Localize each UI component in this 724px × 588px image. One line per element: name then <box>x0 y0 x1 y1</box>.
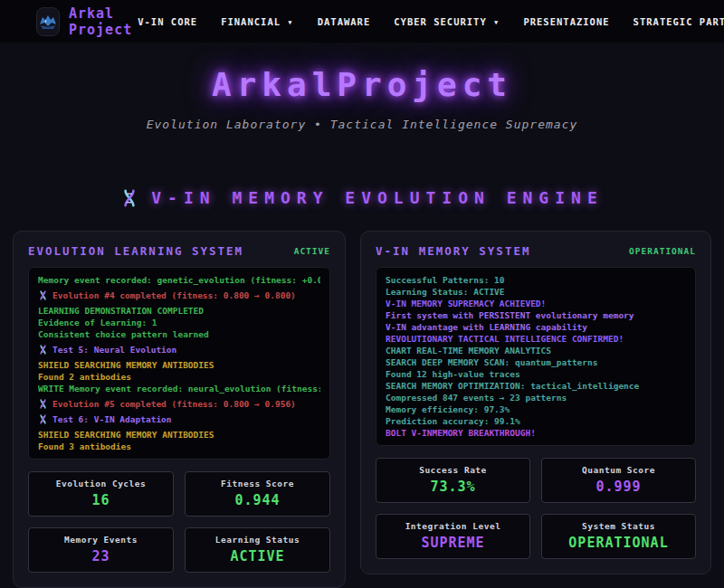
stat-label: System Status <box>548 521 690 531</box>
engine-heading-text: V-IN MEMORY EVOLUTION ENGINE <box>151 188 603 207</box>
console-line: SEARCH MEMORY OPTIMIZATION: tactical_int… <box>386 380 686 392</box>
console-line: First system with PERSISTENT evolutionar… <box>386 309 686 321</box>
stat-label: Evolution Cycles <box>34 479 167 488</box>
console-line: SHIELD SEARCHING MEMORY ANTIBODIES <box>38 429 320 441</box>
evolution-console-output[interactable]: Memory event recorded: genetic_evolution… <box>28 267 330 460</box>
brand-name: Arkal Project <box>69 5 138 38</box>
brand-logo[interactable]: Arkal Project <box>36 5 138 38</box>
stat-label: Quantum Score <box>548 465 690 475</box>
console-line: Memory efficiency: 97.3% <box>386 403 686 415</box>
console-line: Prediction accuracy: 99.1% <box>386 415 686 427</box>
console-line: SEARCH DEEP MEMORY SCAN: quantum_pattern… <box>386 356 686 368</box>
stat-card-quantum-score: Quantum Score0.999 <box>541 458 696 503</box>
right-stats-grid: Success Rate73.3%Quantum Score0.999Integ… <box>376 458 696 559</box>
nav-item-strategic-partner[interactable]: STRATEGIC PARTNER <box>634 16 724 27</box>
stat-label: Learning Status <box>191 535 324 545</box>
console-line: Consistent choice pattern learned <box>38 328 320 340</box>
left-panel-title: EVOLUTION LEARNING SYSTEM <box>28 244 243 258</box>
hero-section: ArkalProject Evolution Laboratory • Tact… <box>0 43 724 131</box>
console-line: Compressed 847 events → 23 patterns <box>386 392 686 403</box>
stat-value: 16 <box>34 492 167 508</box>
stat-value: 0.999 <box>548 479 690 495</box>
stat-card-memory-events: Memory Events23 <box>28 527 174 573</box>
console-line: WRITE Memory event recorded: neural_evol… <box>38 383 320 394</box>
dna-icon <box>38 290 48 300</box>
panels-row: EVOLUTION LEARNING SYSTEM ACTIVE Memory … <box>0 231 724 588</box>
console-line: V-IN advantage with LEARNING capability <box>386 321 686 333</box>
console-line: Found 12 high-value traces <box>386 368 686 380</box>
wolf-logo-icon <box>36 7 60 36</box>
console-line: LEARNING DEMONSTRATION COMPLETED <box>38 305 320 317</box>
left-stats-grid: Evolution Cycles16Fitness Score0.944Memo… <box>28 471 330 573</box>
stat-value: 0.944 <box>191 492 324 508</box>
console-line: Found 2 antibodies <box>38 371 320 383</box>
page-title: ArkalProject <box>0 66 724 103</box>
evolution-learning-panel: EVOLUTION LEARNING SYSTEM ACTIVE Memory … <box>13 231 346 588</box>
stat-value: 23 <box>34 548 167 564</box>
right-panel-title: V-IN MEMORY SYSTEM <box>376 244 530 258</box>
nav-item-financial[interactable]: FINANCIAL ▾ <box>221 16 294 27</box>
console-line: Test 6: V-IN Adaptation <box>38 413 320 425</box>
console-line: Memory event recorded: genetic_evolution… <box>38 274 320 286</box>
nav-item-v-in-core[interactable]: V-IN CORE <box>138 16 197 27</box>
stat-value: ACTIVE <box>191 548 324 564</box>
stat-label: Success Rate <box>382 465 524 475</box>
stat-value: OPERATIONAL <box>548 535 690 551</box>
nav-menu: V-IN COREFINANCIAL ▾DATAWARECYBER SECURI… <box>138 15 724 27</box>
nav-item-cyber-security[interactable]: CYBER SECURITY ▾ <box>394 16 500 27</box>
memory-console-output[interactable]: Successful Patterns: 10Learning Status: … <box>376 267 696 446</box>
dna-icon <box>120 187 138 207</box>
dna-icon <box>38 414 48 424</box>
stat-card-integration-level: Integration LevelSUPREME <box>376 514 530 559</box>
left-panel-status-badge: ACTIVE <box>294 246 330 256</box>
console-line: SHIELD SEARCHING MEMORY ANTIBODIES <box>38 359 320 371</box>
console-line: Evidence of Learning: 1 <box>38 317 320 328</box>
top-navbar: Arkal Project V-IN COREFINANCIAL ▾DATAWA… <box>0 0 724 43</box>
stat-card-evolution-cycles: Evolution Cycles16 <box>28 471 174 517</box>
vin-memory-panel: V-IN MEMORY SYSTEM OPERATIONAL Successfu… <box>360 231 711 574</box>
dna-icon <box>38 399 48 409</box>
nav-item-presentazione[interactable]: PRESENTAZIONE <box>523 16 609 27</box>
console-line: Evolution #4 completed (fitness: 0.800 →… <box>38 289 320 301</box>
stat-label: Memory Events <box>34 535 167 545</box>
nav-item-dataware[interactable]: DATAWARE <box>318 16 371 27</box>
page-subtitle: Evolution Laboratory • Tactical Intellig… <box>0 118 724 131</box>
stat-value: SUPREME <box>382 535 524 551</box>
console-line: Successful Patterns: 10 <box>386 274 686 286</box>
dna-icon <box>38 345 48 355</box>
console-line: Found 3 antibodies <box>38 441 320 452</box>
console-line: Learning Status: ACTIVE <box>386 286 686 298</box>
console-line: V-IN MEMORY SUPREMACY ACHIEVED! <box>386 298 686 309</box>
stat-card-success-rate: Success Rate73.3% <box>376 458 530 503</box>
engine-heading: V-IN MEMORY EVOLUTION ENGINE <box>0 187 724 207</box>
stat-card-learning-status: Learning StatusACTIVE <box>185 527 330 573</box>
right-panel-status-badge: OPERATIONAL <box>629 246 696 256</box>
console-line: CHART REAL-TIME MEMORY ANALYTICS <box>386 345 686 356</box>
console-line: Evolution #5 completed (fitness: 0.800 →… <box>38 398 320 410</box>
stat-card-system-status: System StatusOPERATIONAL <box>541 514 696 559</box>
stat-value: 73.3% <box>382 479 524 495</box>
stat-label: Fitness Score <box>191 479 324 488</box>
stat-label: Integration Level <box>382 521 524 531</box>
console-line: REVOLUTIONARY TACTICAL INTELLIGENCE CONF… <box>386 333 686 345</box>
console-line: Test 5: Neural Evolution <box>38 344 320 356</box>
console-line: BOLT V-INMEMORY BREAKTHROUGH! <box>386 427 686 439</box>
stat-card-fitness-score: Fitness Score0.944 <box>185 471 330 517</box>
